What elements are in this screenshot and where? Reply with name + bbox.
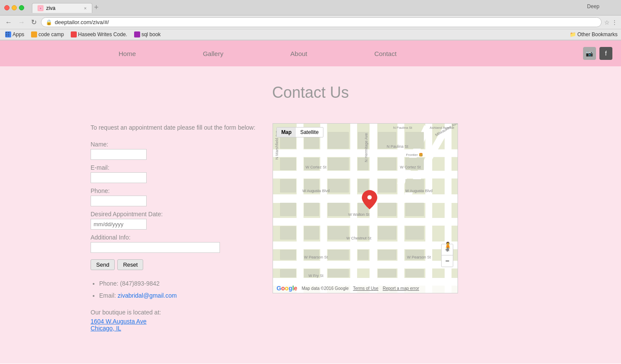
address-line2[interactable]: Chicago, IL bbox=[91, 325, 255, 332]
nav-gallery[interactable]: Gallery bbox=[194, 47, 232, 61]
map-section: N Hermitage Ave N Paulina St W Cortez St… bbox=[273, 123, 530, 293]
phone-label: Phone: bbox=[91, 187, 255, 194]
reset-button[interactable]: Reset bbox=[117, 259, 143, 270]
svg-rect-44 bbox=[358, 250, 368, 260]
nav-home[interactable]: Home bbox=[110, 47, 144, 61]
facebook-button[interactable]: f bbox=[599, 47, 612, 60]
svg-text:N Hermitage Ave: N Hermitage Ave bbox=[364, 133, 368, 162]
menu-icon[interactable]: ⋮ bbox=[612, 19, 618, 26]
svg-rect-58 bbox=[406, 269, 424, 277]
address-intro: Our boutique is located at: bbox=[91, 307, 255, 318]
date-input[interactable] bbox=[91, 219, 147, 230]
svg-text:W Augusta Blvd: W Augusta Blvd bbox=[302, 189, 329, 193]
svg-text:W Pearson St: W Pearson St bbox=[304, 255, 328, 259]
map-type-controls: Map Satellite bbox=[276, 127, 323, 137]
name-input[interactable] bbox=[91, 149, 147, 160]
code-camp-icon bbox=[31, 31, 37, 37]
map-report-link[interactable]: Report a map error bbox=[383, 286, 419, 291]
additional-group: Additional Info: bbox=[91, 234, 255, 253]
maximize-button[interactable] bbox=[19, 5, 24, 10]
bookmark-sql[interactable]: sql book bbox=[132, 31, 163, 38]
bookmark-apps[interactable]: ☷ Apps bbox=[3, 31, 26, 38]
email-input[interactable] bbox=[91, 172, 147, 183]
bookmark-code-camp[interactable]: code camp bbox=[29, 31, 66, 38]
address-bar-actions: ☆ ⋮ bbox=[604, 19, 618, 26]
map-container[interactable]: N Hermitage Ave N Paulina St W Cortez St… bbox=[273, 123, 458, 293]
svg-rect-51 bbox=[378, 269, 396, 277]
other-bookmarks[interactable]: 📁 Other Bookmarks bbox=[570, 31, 618, 37]
lock-icon: 🔒 bbox=[46, 19, 52, 25]
svg-rect-46 bbox=[378, 158, 396, 170]
svg-rect-22 bbox=[280, 227, 296, 240]
svg-rect-37 bbox=[328, 250, 349, 260]
back-button[interactable]: ← bbox=[3, 18, 14, 27]
page-title: Contact Us bbox=[0, 84, 621, 102]
apps-icon: ☷ bbox=[5, 31, 11, 37]
nav-links: Home Gallery About Contact bbox=[85, 47, 430, 61]
browser-chrome: 🌸 ziva × + Deep ← → ↻ 🔒 ☆ ⋮ ☷ Apps code … bbox=[0, 0, 621, 40]
instagram-button[interactable]: 📷 bbox=[583, 47, 596, 60]
svg-rect-19 bbox=[280, 158, 296, 170]
additional-input[interactable] bbox=[91, 242, 220, 253]
svg-text:Frontier 🍔: Frontier 🍔 bbox=[406, 152, 423, 157]
map-svg: N Hermitage Ave N Paulina St W Cortez St… bbox=[273, 124, 458, 293]
nav-contact[interactable]: Contact bbox=[366, 47, 405, 61]
svg-rect-47 bbox=[378, 179, 396, 192]
map-pegman-icon[interactable]: 🧍 bbox=[442, 241, 453, 252]
svg-text:W Chestnut St: W Chestnut St bbox=[346, 236, 371, 240]
map-type-satellite-button[interactable]: Satellite bbox=[296, 128, 323, 137]
browser-titlebar: 🌸 ziva × + Deep bbox=[0, 0, 621, 16]
map-zoom-out-button[interactable]: − bbox=[442, 255, 453, 267]
close-button[interactable] bbox=[4, 5, 9, 10]
instagram-icon: 📷 bbox=[586, 50, 593, 57]
email-group: E-mail: bbox=[91, 164, 255, 183]
svg-rect-35 bbox=[328, 203, 349, 216]
svg-rect-33 bbox=[328, 158, 349, 170]
tab-bar: 🌸 ziva × + bbox=[32, 3, 617, 12]
svg-rect-21 bbox=[280, 203, 296, 216]
tab-close-icon[interactable]: × bbox=[84, 6, 87, 11]
bookmark-star-icon[interactable]: ☆ bbox=[604, 19, 610, 26]
svg-rect-49 bbox=[378, 227, 396, 240]
date-label: Desired Appointment Date: bbox=[91, 211, 255, 218]
svg-rect-36 bbox=[328, 227, 349, 240]
svg-rect-41 bbox=[358, 179, 368, 192]
sql-icon bbox=[134, 31, 140, 37]
email-label: E-mail: bbox=[91, 164, 255, 171]
svg-rect-20 bbox=[280, 179, 296, 192]
new-tab-button[interactable]: + bbox=[94, 3, 99, 12]
map-footer: Google Map data ©2016 Google Terms of Us… bbox=[273, 283, 458, 293]
forward-button[interactable]: → bbox=[16, 18, 27, 27]
traffic-lights bbox=[4, 5, 24, 10]
svg-rect-23 bbox=[280, 250, 296, 260]
svg-text:W Fry St: W Fry St bbox=[308, 274, 323, 278]
map-type-map-button[interactable]: Map bbox=[277, 128, 296, 137]
nav-about[interactable]: About bbox=[282, 47, 316, 61]
bookmark-haseeb[interactable]: Haseeb Writes Code. bbox=[69, 31, 129, 38]
date-group: Desired Appointment Date: bbox=[91, 211, 255, 230]
bookmark-code-camp-label: code camp bbox=[38, 31, 64, 37]
svg-rect-13 bbox=[398, 124, 405, 293]
address-bar[interactable]: 🔒 bbox=[41, 17, 602, 27]
email-link[interactable]: zivabridal@gmail.com bbox=[118, 292, 177, 299]
svg-text:N Paulina St: N Paulina St bbox=[393, 126, 413, 130]
send-button[interactable]: Send bbox=[91, 259, 115, 270]
url-input[interactable] bbox=[55, 19, 597, 25]
svg-point-76 bbox=[367, 195, 372, 199]
address-line1[interactable]: 1604 W.Augusta Ave bbox=[91, 318, 255, 325]
map-terms-link[interactable]: Terms of Use bbox=[353, 286, 379, 291]
website: Home Gallery About Contact 📷 f Contact U… bbox=[0, 40, 621, 364]
google-logo: Google bbox=[276, 285, 297, 292]
bookmark-haseeb-label: Haseeb Writes Code. bbox=[78, 31, 127, 37]
phone-group: Phone: bbox=[91, 187, 255, 206]
tab-favicon: 🌸 bbox=[38, 5, 44, 11]
active-tab[interactable]: 🌸 ziva × bbox=[32, 3, 92, 13]
phone-input[interactable] bbox=[91, 196, 147, 206]
svg-text:W Cortez St: W Cortez St bbox=[400, 165, 421, 169]
reload-button[interactable]: ↻ bbox=[29, 17, 38, 27]
phone-info: Phone: (847)893-9842 bbox=[99, 279, 255, 288]
minimize-button[interactable] bbox=[12, 5, 17, 10]
svg-rect-32 bbox=[328, 132, 349, 149]
contact-layout: To request an appointment date please fi… bbox=[73, 123, 548, 332]
contact-info: Phone: (847)893-9842 Email: zivabridal@g… bbox=[91, 279, 255, 332]
